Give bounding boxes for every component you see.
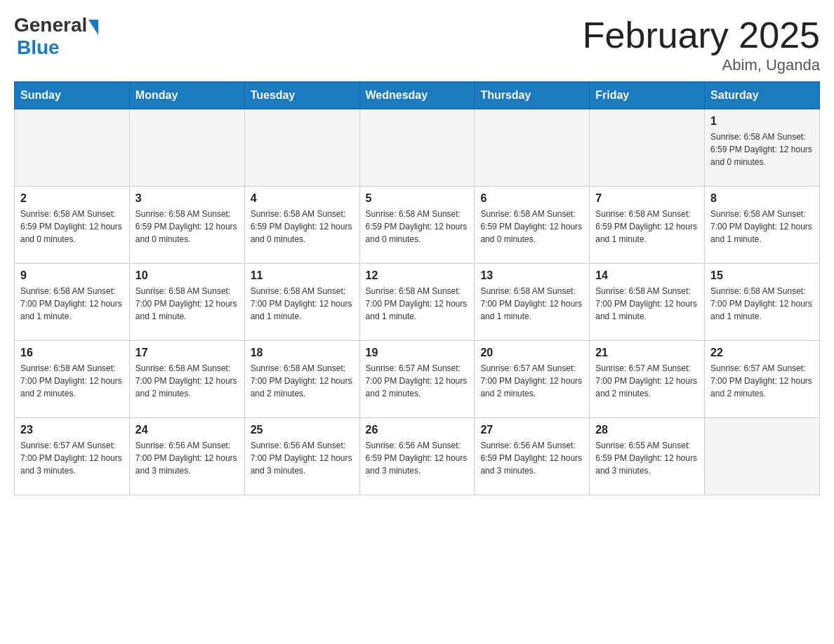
- calendar-cell: 5Sunrise: 6:58 AM Sunset: 6:59 PM Daylig…: [359, 187, 475, 264]
- title-block: February 2025 Abim, Uganda: [583, 14, 820, 74]
- day-of-week-header: Friday: [590, 82, 705, 109]
- day-number: 21: [595, 347, 699, 359]
- day-info: Sunrise: 6:55 AM Sunset: 6:59 PM Dayligh…: [595, 439, 699, 477]
- calendar-cell: 28Sunrise: 6:55 AM Sunset: 6:59 PM Dayli…: [590, 418, 705, 495]
- day-number: 3: [135, 192, 239, 205]
- calendar-cell: 21Sunrise: 6:57 AM Sunset: 7:00 PM Dayli…: [590, 341, 705, 418]
- calendar-table: SundayMondayTuesdayWednesdayThursdayFrid…: [14, 81, 820, 495]
- day-of-week-header: Thursday: [475, 82, 590, 109]
- day-number: 10: [135, 269, 239, 282]
- calendar-cell: 22Sunrise: 6:57 AM Sunset: 7:00 PM Dayli…: [705, 341, 820, 418]
- day-number: 20: [480, 347, 583, 359]
- logo: General Blue: [14, 14, 98, 59]
- day-of-week-header: Monday: [129, 82, 244, 109]
- day-number: 7: [595, 192, 699, 205]
- calendar-cell: 6Sunrise: 6:58 AM Sunset: 6:59 PM Daylig…: [475, 187, 590, 264]
- calendar-cell: 13Sunrise: 6:58 AM Sunset: 7:00 PM Dayli…: [475, 264, 590, 341]
- calendar-header-row: SundayMondayTuesdayWednesdayThursdayFrid…: [15, 82, 820, 109]
- day-number: 4: [251, 192, 354, 205]
- calendar-week-row: 23Sunrise: 6:57 AM Sunset: 7:00 PM Dayli…: [15, 418, 820, 495]
- day-info: Sunrise: 6:58 AM Sunset: 7:00 PM Dayligh…: [20, 285, 124, 323]
- day-number: 11: [251, 269, 354, 282]
- day-info: Sunrise: 6:58 AM Sunset: 7:00 PM Dayligh…: [251, 362, 354, 400]
- day-info: Sunrise: 6:56 AM Sunset: 6:59 PM Dayligh…: [366, 439, 469, 477]
- calendar-cell: 1Sunrise: 6:58 AM Sunset: 6:59 PM Daylig…: [705, 109, 820, 187]
- day-number: 19: [366, 347, 469, 359]
- day-info: Sunrise: 6:58 AM Sunset: 7:00 PM Dayligh…: [710, 208, 814, 246]
- calendar-cell: 10Sunrise: 6:58 AM Sunset: 7:00 PM Dayli…: [129, 264, 244, 341]
- calendar-week-row: 1Sunrise: 6:58 AM Sunset: 6:59 PM Daylig…: [15, 109, 820, 187]
- day-info: Sunrise: 6:58 AM Sunset: 7:00 PM Dayligh…: [366, 285, 469, 323]
- day-number: 17: [135, 347, 239, 359]
- calendar-week-row: 9Sunrise: 6:58 AM Sunset: 7:00 PM Daylig…: [15, 264, 820, 341]
- month-title: February 2025: [583, 14, 820, 56]
- day-of-week-header: Sunday: [15, 82, 130, 109]
- day-info: Sunrise: 6:58 AM Sunset: 7:00 PM Dayligh…: [20, 362, 124, 400]
- day-info: Sunrise: 6:57 AM Sunset: 7:00 PM Dayligh…: [480, 362, 583, 400]
- day-number: 28: [595, 424, 699, 436]
- calendar-cell: 26Sunrise: 6:56 AM Sunset: 6:59 PM Dayli…: [359, 418, 475, 495]
- calendar-cell: 14Sunrise: 6:58 AM Sunset: 7:00 PM Dayli…: [590, 264, 705, 341]
- day-info: Sunrise: 6:58 AM Sunset: 7:00 PM Dayligh…: [710, 285, 814, 323]
- calendar-cell: 17Sunrise: 6:58 AM Sunset: 7:00 PM Dayli…: [129, 341, 244, 418]
- day-number: 8: [710, 192, 814, 205]
- day-info: Sunrise: 6:56 AM Sunset: 7:00 PM Dayligh…: [251, 439, 354, 477]
- calendar-cell: [359, 109, 475, 187]
- day-info: Sunrise: 6:58 AM Sunset: 6:59 PM Dayligh…: [20, 208, 124, 246]
- day-info: Sunrise: 6:58 AM Sunset: 7:00 PM Dayligh…: [135, 362, 239, 400]
- day-number: 1: [710, 115, 814, 128]
- day-info: Sunrise: 6:58 AM Sunset: 6:59 PM Dayligh…: [595, 208, 699, 246]
- calendar-cell: 18Sunrise: 6:58 AM Sunset: 7:00 PM Dayli…: [244, 341, 359, 418]
- day-info: Sunrise: 6:57 AM Sunset: 7:00 PM Dayligh…: [20, 439, 124, 477]
- calendar-cell: 11Sunrise: 6:58 AM Sunset: 7:00 PM Dayli…: [244, 264, 359, 341]
- day-info: Sunrise: 6:58 AM Sunset: 6:59 PM Dayligh…: [135, 208, 239, 246]
- day-info: Sunrise: 6:58 AM Sunset: 7:00 PM Dayligh…: [595, 285, 699, 323]
- day-number: 16: [20, 347, 124, 359]
- day-info: Sunrise: 6:56 AM Sunset: 7:00 PM Dayligh…: [135, 439, 239, 477]
- calendar-cell: 4Sunrise: 6:58 AM Sunset: 6:59 PM Daylig…: [244, 187, 359, 264]
- day-info: Sunrise: 6:57 AM Sunset: 7:00 PM Dayligh…: [366, 362, 469, 400]
- calendar-cell: 15Sunrise: 6:58 AM Sunset: 7:00 PM Dayli…: [705, 264, 820, 341]
- calendar-cell: 9Sunrise: 6:58 AM Sunset: 7:00 PM Daylig…: [15, 264, 130, 341]
- calendar-cell: [475, 109, 590, 187]
- day-info: Sunrise: 6:58 AM Sunset: 6:59 PM Dayligh…: [710, 130, 814, 168]
- day-number: 13: [480, 269, 583, 282]
- day-info: Sunrise: 6:58 AM Sunset: 7:00 PM Dayligh…: [480, 285, 583, 323]
- day-of-week-header: Tuesday: [244, 82, 359, 109]
- calendar-cell: 23Sunrise: 6:57 AM Sunset: 7:00 PM Dayli…: [15, 418, 130, 495]
- day-info: Sunrise: 6:57 AM Sunset: 7:00 PM Dayligh…: [595, 362, 699, 400]
- day-number: 26: [366, 424, 469, 436]
- day-number: 24: [135, 424, 239, 436]
- calendar-cell: 25Sunrise: 6:56 AM Sunset: 7:00 PM Dayli…: [244, 418, 359, 495]
- day-number: 22: [710, 347, 814, 359]
- day-info: Sunrise: 6:58 AM Sunset: 6:59 PM Dayligh…: [251, 208, 354, 246]
- day-number: 15: [710, 269, 814, 282]
- day-of-week-header: Saturday: [705, 82, 820, 109]
- day-number: 14: [595, 269, 699, 282]
- calendar-cell: 16Sunrise: 6:58 AM Sunset: 7:00 PM Dayli…: [15, 341, 130, 418]
- location: Abim, Uganda: [583, 56, 820, 74]
- logo-general-text: General: [14, 14, 87, 36]
- calendar-cell: 19Sunrise: 6:57 AM Sunset: 7:00 PM Dayli…: [359, 341, 475, 418]
- day-number: 9: [20, 269, 124, 282]
- day-info: Sunrise: 6:56 AM Sunset: 6:59 PM Dayligh…: [480, 439, 583, 477]
- calendar-cell: [129, 109, 244, 187]
- calendar-cell: 2Sunrise: 6:58 AM Sunset: 6:59 PM Daylig…: [15, 187, 130, 264]
- page-header: General Blue February 2025 Abim, Uganda: [14, 14, 820, 74]
- calendar-cell: [15, 109, 130, 187]
- calendar-cell: 20Sunrise: 6:57 AM Sunset: 7:00 PM Dayli…: [475, 341, 590, 418]
- logo-triangle-icon: [88, 20, 98, 35]
- day-number: 5: [366, 192, 469, 205]
- day-info: Sunrise: 6:57 AM Sunset: 7:00 PM Dayligh…: [710, 362, 814, 400]
- day-number: 2: [20, 192, 124, 205]
- calendar-cell: 27Sunrise: 6:56 AM Sunset: 6:59 PM Dayli…: [475, 418, 590, 495]
- day-number: 27: [480, 424, 583, 436]
- day-number: 25: [251, 424, 354, 436]
- calendar-cell: 12Sunrise: 6:58 AM Sunset: 7:00 PM Dayli…: [359, 264, 475, 341]
- day-info: Sunrise: 6:58 AM Sunset: 6:59 PM Dayligh…: [366, 208, 469, 246]
- calendar-cell: 7Sunrise: 6:58 AM Sunset: 6:59 PM Daylig…: [590, 187, 705, 264]
- day-number: 18: [251, 347, 354, 359]
- calendar-cell: 3Sunrise: 6:58 AM Sunset: 6:59 PM Daylig…: [129, 187, 244, 264]
- calendar-cell: 24Sunrise: 6:56 AM Sunset: 7:00 PM Dayli…: [129, 418, 244, 495]
- calendar-cell: [244, 109, 359, 187]
